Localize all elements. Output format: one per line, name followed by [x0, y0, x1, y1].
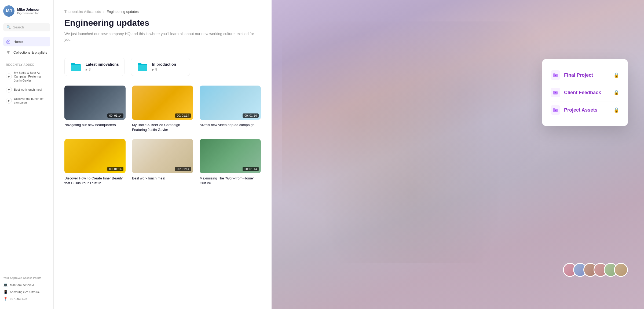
folder-info-1: In production ▶ 8: [152, 62, 176, 71]
sidebar: MJ Mike Johnson Bigcommand Inc 🔍 Search …: [0, 0, 54, 309]
avatar-6: [614, 263, 628, 277]
recent-play-button-2[interactable]: ▶: [6, 98, 12, 104]
lock-icon-1: 🔒: [613, 90, 619, 95]
access-item-2: 📍 197.203.1.28: [3, 297, 50, 301]
video-card-3[interactable]: 00: 01:14 Discover How To Create Inner B…: [64, 139, 126, 186]
video-thumbnail-5: 00: 01:14: [200, 139, 261, 173]
access-item-1-label: Samsung S24 Ultra 5G: [10, 290, 40, 293]
breadcrumb: Thunderbird Afficianodo › Engineering up…: [64, 10, 261, 14]
recent-item-2[interactable]: ▶ Discover the punch-off campaign: [3, 95, 50, 106]
recent-title-1: Best work lunch meal: [14, 88, 42, 91]
search-icon: 🔍: [6, 25, 11, 29]
sidebar-item-collections-label: Collections & playlists: [13, 50, 47, 54]
sidebar-item-home-label: Home: [13, 40, 23, 44]
collections-icon: [6, 50, 11, 55]
video-card-5[interactable]: 00: 01:14 Maximizing The "Work-from-Home…: [200, 139, 261, 186]
recent-play-button-1[interactable]: ▶: [6, 87, 12, 93]
svg-point-4: [555, 92, 556, 93]
recent-title-2: Discover the punch-off campaign: [14, 97, 47, 105]
video-title-0: Navigating our new headquarters: [64, 123, 126, 127]
popup-item-1-left: Client Feedback: [551, 88, 601, 97]
popup-folder-icon-2: [551, 105, 560, 115]
divider: [64, 50, 261, 50]
popup-item-2-name: Project Assets: [564, 107, 597, 113]
video-title-2: Alvra's new video app ad campaign: [200, 123, 261, 127]
folder-info-0: Latest innovations ▶ 3: [86, 62, 119, 71]
user-profile: MJ Mike Johnson Bigcommand Inc: [3, 5, 50, 17]
folder-name-1: In production: [152, 62, 176, 67]
video-thumbnail-4: 00: 01:14: [132, 139, 193, 173]
popup-item-0-left: Final Project: [551, 70, 593, 80]
folder-icon-0: [70, 62, 82, 72]
folder-icon-1: [137, 62, 148, 72]
user-company: Bigcommand Inc: [17, 12, 41, 15]
play-icon-1: ▶: [8, 88, 10, 91]
folder-count-1: ▶ 8: [152, 68, 176, 71]
folder-play-icon-0: ▶: [86, 68, 88, 71]
user-info: Mike Johnson Bigcommand Inc: [17, 8, 41, 15]
video-thumbnail-3: 00: 01:14: [64, 139, 126, 173]
video-title-4: Best work lunch meal: [132, 176, 193, 181]
folder-card-1[interactable]: In production ▶ 8: [131, 58, 190, 76]
video-duration-3: 00: 01:14: [107, 167, 123, 171]
page-description: We just launched our new company HQ and …: [64, 31, 261, 42]
avatar: MJ: [3, 5, 14, 17]
popup-item-0-name: Final Project: [564, 72, 593, 78]
right-panel-background: Final Project 🔒 Client Feedback: [272, 0, 644, 309]
video-duration-2: 00: 01:14: [243, 113, 259, 118]
popup-item-0[interactable]: Final Project 🔒: [551, 67, 619, 84]
video-card-0[interactable]: 00: 01:14 Navigating our new headquarter…: [64, 86, 126, 133]
play-icon-2: ▶: [8, 100, 10, 102]
video-grid: 00: 01:14 Navigating our new headquarter…: [64, 86, 261, 186]
video-card-4[interactable]: 00: 01:14 Best work lunch meal: [132, 139, 193, 186]
video-thumbnail-1: 00: 01:14: [132, 86, 193, 120]
laptop-icon: 💻: [3, 283, 8, 287]
recently-added-label: Recently Added: [3, 63, 50, 66]
sidebar-item-home[interactable]: Home: [3, 37, 50, 46]
user-name: Mike Johnson: [17, 8, 41, 12]
video-duration-4: 00: 01:14: [175, 167, 191, 171]
folder-count-0: ▶ 3: [86, 68, 119, 71]
location-icon: 📍: [3, 297, 8, 301]
video-duration-1: 00: 01:14: [175, 113, 191, 118]
play-icon-0: ▶: [8, 75, 10, 78]
lock-icon-2: 🔒: [613, 107, 619, 113]
recent-item-0[interactable]: ▶ My Bottle & Beer Ad Campaign Featuring…: [3, 69, 50, 84]
search-input[interactable]: Search: [13, 25, 24, 29]
folder-play-icon-1: ▶: [152, 68, 154, 71]
recent-title-0: My Bottle & Beer Ad Campaign Featuring J…: [14, 71, 47, 82]
svg-point-3: [555, 75, 556, 76]
popup-folder-icon-1: [551, 88, 560, 97]
avatars-row: [563, 263, 628, 277]
breadcrumb-separator: ›: [103, 10, 104, 14]
video-card-1[interactable]: 00: 01:14 My Bottle & Beer Ad Campaign F…: [132, 86, 193, 133]
search-box[interactable]: 🔍 Search: [3, 23, 50, 31]
video-title-3: Discover How To Create Inner Beauty that…: [64, 176, 126, 186]
video-duration-5: 00: 01:14: [243, 167, 259, 171]
access-item-0: 💻 MacBook Air 2023: [3, 283, 50, 287]
page-title: Engineering updates: [64, 18, 261, 28]
recent-item-1[interactable]: ▶ Best work lunch meal: [3, 85, 50, 94]
access-item-2-label: 197.203.1.28: [10, 297, 27, 300]
video-title-5: Maximizing The "Work-from-Home" Culture: [200, 176, 261, 186]
video-thumbnail-2: 00: 01:14: [200, 86, 261, 120]
popup-item-1-name: Client Feedback: [564, 90, 601, 95]
video-thumbnail-0: 00: 01:14: [64, 86, 126, 120]
popup-item-2-left: Project Assets: [551, 105, 597, 115]
video-duration-0: 00: 01:14: [107, 113, 123, 118]
access-title: Your Approved Access Points: [3, 277, 50, 279]
folder-card-0[interactable]: Latest innovations ▶ 3: [64, 58, 125, 76]
svg-point-1: [8, 51, 9, 52]
popup-item-1[interactable]: Client Feedback 🔒: [551, 84, 619, 101]
access-item-1: 📱 Samsung S24 Ultra 5G: [3, 290, 50, 294]
breadcrumb-root[interactable]: Thunderbird Afficianodo: [64, 10, 101, 14]
sidebar-item-collections[interactable]: Collections & playlists: [3, 47, 50, 57]
right-panel: Final Project 🔒 Client Feedback: [272, 0, 644, 309]
svg-point-5: [555, 110, 556, 111]
phone-icon: 📱: [3, 290, 8, 294]
video-card-2[interactable]: 00: 01:14 Alvra's new video app ad campa…: [200, 86, 261, 133]
home-icon: [6, 39, 11, 44]
recent-play-button-0[interactable]: ▶: [6, 73, 12, 79]
main-content: Thunderbird Afficianodo › Engineering up…: [54, 0, 272, 309]
popup-item-2[interactable]: Project Assets 🔒: [551, 101, 619, 119]
